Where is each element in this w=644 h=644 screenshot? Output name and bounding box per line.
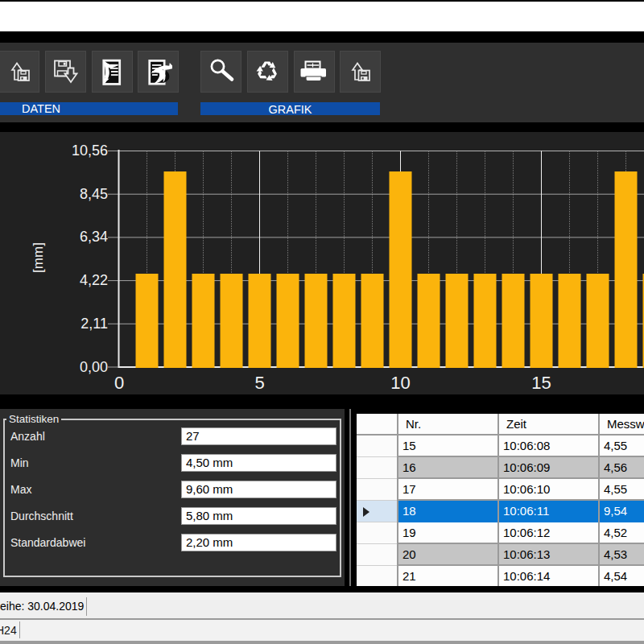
svg-text:10,56: 10,56 [72, 142, 108, 159]
svg-text:5: 5 [254, 373, 264, 393]
svg-text:8,45: 8,45 [80, 186, 108, 202]
svg-text:6,34: 6,34 [80, 229, 108, 245]
svg-text:10: 10 [390, 373, 410, 393]
svg-text:2,11: 2,11 [80, 316, 108, 332]
svg-text:0: 0 [114, 373, 124, 393]
svg-text:15: 15 [531, 373, 551, 393]
svg-text:[mm]: [mm] [31, 242, 46, 273]
svg-text:4,22: 4,22 [80, 272, 108, 288]
svg-text:0,00: 0,00 [80, 359, 108, 375]
